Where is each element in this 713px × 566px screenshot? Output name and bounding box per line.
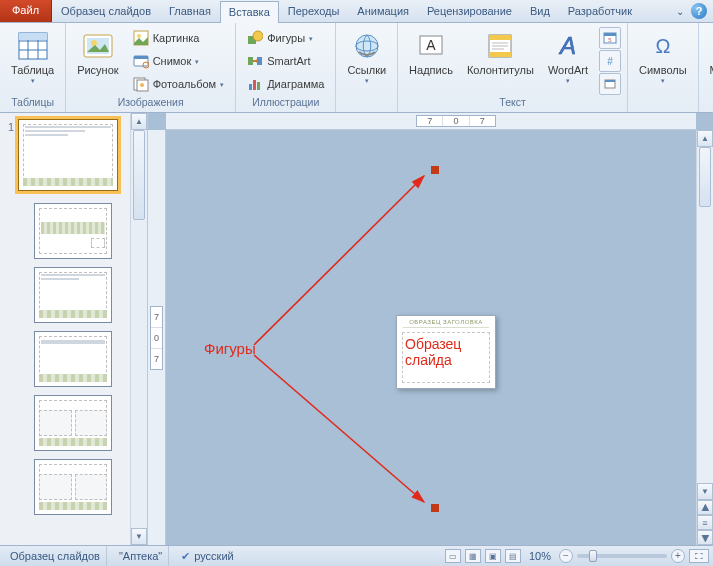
svg-rect-29: [489, 35, 511, 40]
status-theme[interactable]: "Аптека": [113, 546, 169, 566]
ruler-vertical: 7 0 7: [148, 130, 166, 545]
master-thumbnail[interactable]: [18, 119, 118, 191]
annotation-shapes-label: Фигуры: [204, 340, 256, 357]
group-illustrations-label: Иллюстрации: [242, 96, 329, 110]
shape-square[interactable]: [431, 504, 439, 512]
thumbnail-scrollbar[interactable]: ▲ ▼: [130, 113, 147, 545]
chevron-down-icon: ▾: [661, 77, 665, 85]
fit-window-button[interactable]: ⛶: [689, 549, 709, 563]
links-button[interactable]: Ссылки ▾: [342, 27, 391, 88]
textbox-label: Надпись: [409, 64, 453, 76]
view-reading-button[interactable]: ▣: [485, 549, 501, 563]
slide-canvas[interactable]: Фигуры ОБРАЗЕЦ ЗАГОЛОВКА Образецслайда: [166, 130, 696, 545]
tab-animation[interactable]: Анимация: [348, 0, 418, 22]
shape-square[interactable]: [431, 166, 439, 174]
status-view[interactable]: Образец слайдов: [4, 546, 107, 566]
layout-thumbnail[interactable]: [34, 267, 112, 323]
headerfooter-label: Колонтитулы: [467, 64, 534, 76]
zoom-in-button[interactable]: +: [671, 549, 685, 563]
layout-thumbnail[interactable]: [34, 395, 112, 451]
headerfooter-button[interactable]: Колонтитулы: [462, 27, 539, 79]
zoom-value: 10%: [529, 550, 551, 562]
zoom-slider[interactable]: [577, 554, 667, 558]
ribbon-minimize-icon[interactable]: ⌄: [673, 4, 687, 18]
prev-slide-icon[interactable]: ⯅: [697, 500, 713, 515]
view-sorter-button[interactable]: ▦: [465, 549, 481, 563]
table-label: Таблица: [11, 64, 54, 76]
scroll-up-icon[interactable]: ▲: [697, 130, 713, 147]
tab-review[interactable]: Рецензирование: [418, 0, 521, 22]
tab-transitions[interactable]: Переходы: [279, 0, 349, 22]
group-images-label: Изображения: [72, 96, 229, 110]
screenshot-button[interactable]: Снимок ▾: [128, 50, 230, 72]
smartart-button[interactable]: SmartArt: [242, 50, 329, 72]
clipart-button[interactable]: Картинка: [128, 27, 230, 49]
table-button[interactable]: Таблица ▾: [6, 27, 59, 88]
ruler-horizontal: 7 0 7: [166, 113, 696, 130]
status-bar: Образец слайдов "Аптека" ✔ русский ▭ ▦ ▣…: [0, 545, 713, 566]
annotation-master-label: Образецслайда: [405, 336, 461, 368]
svg-rect-19: [248, 57, 253, 65]
wordart-label: WordArt: [548, 64, 588, 76]
scroll-down-icon[interactable]: ▼: [697, 483, 713, 500]
status-language-label: русский: [194, 550, 233, 562]
tab-developer[interactable]: Разработчик: [559, 0, 641, 22]
svg-text:#: #: [607, 56, 613, 67]
zoom-out-button[interactable]: −: [559, 549, 573, 563]
textbox-icon: A: [415, 30, 447, 62]
svg-rect-22: [253, 80, 256, 90]
layout-thumbnail[interactable]: [34, 203, 112, 259]
nav-menu-icon[interactable]: ≡: [697, 515, 713, 530]
wordart-button[interactable]: A WordArt ▾: [543, 27, 593, 88]
scroll-down-icon[interactable]: ▼: [131, 528, 147, 545]
shapes-button[interactable]: Фигуры ▾: [242, 27, 329, 49]
ribbon-tabbar: Файл Образец слайдов Главная Вставка Пер…: [0, 0, 713, 23]
photoalbum-icon: [133, 76, 149, 92]
editor-scrollbar[interactable]: ▲ ▼ ⯅ ≡ ⯆: [696, 130, 713, 545]
object-button[interactable]: [599, 73, 621, 95]
tab-insert[interactable]: Вставка: [220, 1, 279, 23]
photoalbum-button[interactable]: Фотоальбом ▾: [128, 73, 230, 95]
shapes-label: Фигуры: [267, 32, 305, 44]
slide-master-preview[interactable]: ОБРАЗЕЦ ЗАГОЛОВКА Образецслайда: [396, 315, 496, 389]
svg-point-18: [253, 31, 263, 41]
slidenumber-button[interactable]: #: [599, 50, 621, 72]
status-language[interactable]: ✔ русский: [175, 546, 239, 566]
tab-file[interactable]: Файл: [0, 0, 52, 22]
ruler-tick: 7: [417, 116, 443, 126]
master-preview-title: ОБРАЗЕЦ ЗАГОЛОВКА: [403, 319, 489, 328]
tab-view[interactable]: Вид: [521, 0, 559, 22]
media-label: Мультимедиа: [710, 64, 713, 76]
chevron-down-icon: ▾: [195, 58, 199, 66]
textbox-button[interactable]: A Надпись: [404, 27, 458, 79]
view-normal-button[interactable]: ▭: [445, 549, 461, 563]
chart-button[interactable]: Диаграмма: [242, 73, 329, 95]
svg-text:A: A: [426, 37, 436, 53]
next-slide-icon[interactable]: ⯆: [697, 530, 713, 545]
group-images: Рисунок Картинка Снимок ▾ Фотоальбом ▾: [66, 23, 236, 112]
layout-thumbnail[interactable]: [34, 331, 112, 387]
group-symbols: Ω Символы ▾: [628, 23, 699, 112]
group-media: Мультимедиа ▾: [699, 23, 713, 112]
master-number: 1: [4, 119, 14, 133]
picture-button[interactable]: Рисунок: [72, 27, 124, 79]
tab-slide-master[interactable]: Образец слайдов: [52, 0, 160, 22]
scroll-thumb[interactable]: [133, 130, 145, 220]
media-button[interactable]: Мультимедиа ▾: [705, 27, 713, 88]
scroll-thumb[interactable]: [699, 147, 711, 207]
symbols-button[interactable]: Ω Символы ▾: [634, 27, 692, 88]
view-slideshow-button[interactable]: ▤: [505, 549, 521, 563]
datetime-button[interactable]: 5: [599, 27, 621, 49]
svg-point-24: [356, 35, 378, 57]
screenshot-label: Снимок: [153, 55, 192, 67]
help-icon[interactable]: ?: [691, 3, 707, 19]
chevron-down-icon: ▾: [220, 81, 224, 89]
smartart-icon: [247, 53, 263, 69]
tab-home[interactable]: Главная: [160, 0, 220, 22]
chevron-down-icon: ▾: [31, 77, 35, 85]
zoom-slider-thumb[interactable]: [589, 550, 597, 562]
scroll-up-icon[interactable]: ▲: [131, 113, 147, 130]
layout-thumbnail[interactable]: [34, 459, 112, 515]
ruler-tick: 7: [151, 349, 162, 369]
links-label: Ссылки: [347, 64, 386, 76]
